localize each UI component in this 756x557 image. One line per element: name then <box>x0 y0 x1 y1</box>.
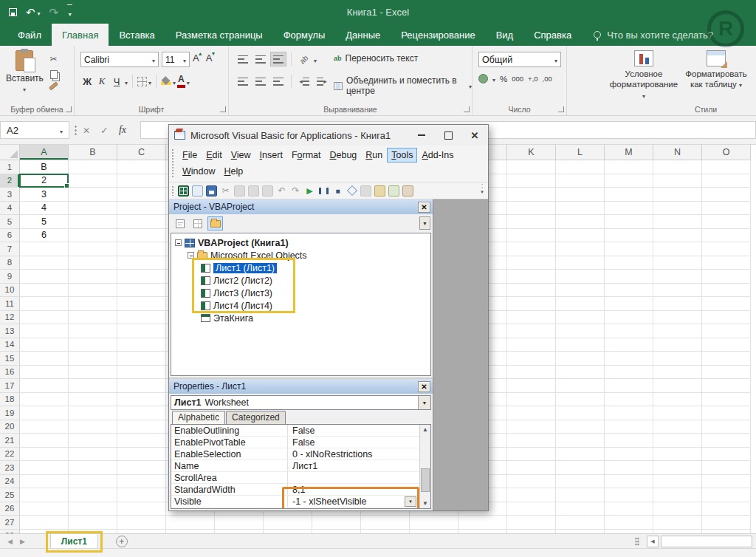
cell[interactable]: 6 <box>20 229 69 243</box>
cell[interactable] <box>166 516 215 530</box>
cell[interactable] <box>605 324 653 338</box>
vba-menu-item[interactable]: View <box>227 148 255 163</box>
decrease-decimal-icon[interactable]: ,00 <box>543 75 552 83</box>
cell[interactable] <box>69 488 117 502</box>
increase-decimal-icon[interactable]: +,0 <box>528 75 537 83</box>
cell[interactable] <box>312 516 361 530</box>
cell[interactable] <box>20 284 69 298</box>
cell[interactable] <box>507 270 556 284</box>
view-excel-icon[interactable] <box>178 185 189 197</box>
cell[interactable] <box>69 160 117 174</box>
cell[interactable] <box>556 297 605 311</box>
cell[interactable] <box>556 352 605 366</box>
cell[interactable] <box>702 516 751 530</box>
cell[interactable] <box>653 406 702 420</box>
cell[interactable] <box>556 160 605 174</box>
cell[interactable] <box>69 256 117 270</box>
cell[interactable] <box>605 297 653 311</box>
column-header[interactable]: K <box>507 145 556 160</box>
cell[interactable] <box>556 324 605 338</box>
maximize-icon[interactable] <box>435 125 461 146</box>
cell[interactable] <box>69 366 117 380</box>
cell[interactable] <box>556 366 605 380</box>
copy-icon[interactable] <box>234 185 245 197</box>
cell[interactable] <box>605 270 653 284</box>
cell[interactable] <box>653 202 702 216</box>
select-all-corner[interactable] <box>0 145 20 160</box>
cell[interactable] <box>605 284 653 298</box>
cell[interactable] <box>605 352 653 366</box>
cell[interactable] <box>117 311 166 325</box>
column-header[interactable]: A <box>20 145 69 160</box>
row-header[interactable]: 3 <box>0 188 20 202</box>
cell[interactable] <box>556 502 605 516</box>
close-icon[interactable] <box>418 202 430 213</box>
cell[interactable] <box>556 448 605 462</box>
toolbar-grip-handle[interactable] <box>171 185 174 196</box>
cell[interactable] <box>507 475 556 489</box>
project-explorer-icon[interactable] <box>360 185 371 197</box>
insert-function-icon[interactable]: fx <box>119 124 126 136</box>
increase-indent-icon[interactable]: ▸ <box>314 74 330 89</box>
cell[interactable] <box>653 502 702 516</box>
cell[interactable] <box>507 434 556 448</box>
sheet-tab[interactable]: Лист1 <box>50 534 98 548</box>
cell[interactable] <box>653 475 702 489</box>
close-icon[interactable] <box>461 125 488 146</box>
cell[interactable] <box>117 242 166 256</box>
dropdown-arrow-icon[interactable] <box>405 496 416 507</box>
row-header[interactable]: 15 <box>0 352 20 366</box>
cell[interactable] <box>507 174 556 188</box>
cell[interactable] <box>69 434 117 448</box>
cell[interactable] <box>702 202 751 216</box>
increase-font-icon[interactable]: A▲ <box>193 52 203 64</box>
vba-menu-item[interactable]: Debug <box>325 148 361 163</box>
cell[interactable] <box>117 284 166 298</box>
column-header[interactable]: B <box>69 145 117 160</box>
row-header[interactable]: 17 <box>0 379 20 393</box>
redo-icon[interactable]: ↷ <box>49 7 59 18</box>
italic-button[interactable]: К <box>95 74 109 89</box>
reset-icon[interactable] <box>332 185 343 197</box>
cell[interactable] <box>20 516 69 530</box>
cell[interactable] <box>117 215 166 229</box>
cell[interactable] <box>361 516 410 530</box>
cell[interactable] <box>69 475 117 489</box>
column-header[interactable]: N <box>653 145 702 160</box>
accounting-format-icon[interactable] <box>478 74 488 83</box>
cell[interactable] <box>507 229 556 243</box>
design-mode-icon[interactable] <box>346 185 357 197</box>
vba-menu-item[interactable]: Tools <box>387 148 417 163</box>
cell[interactable] <box>653 434 702 448</box>
conditional-formatting-button[interactable]: Условное форматирование <box>608 50 679 100</box>
cut-icon[interactable] <box>49 52 57 65</box>
cell[interactable] <box>458 516 507 530</box>
vba-menu-item[interactable]: Add-Ins <box>417 148 458 163</box>
cell[interactable] <box>507 242 556 256</box>
cell[interactable] <box>507 256 556 270</box>
cell[interactable] <box>20 420 69 434</box>
cell[interactable] <box>69 393 117 407</box>
cell[interactable] <box>117 188 166 202</box>
cell[interactable] <box>702 488 751 502</box>
cell[interactable] <box>702 475 751 489</box>
row-header[interactable]: 8 <box>0 256 20 270</box>
cell[interactable] <box>556 379 605 393</box>
cell[interactable] <box>117 379 166 393</box>
property-row[interactable]: ScrollArea <box>171 472 430 484</box>
cell[interactable] <box>507 297 556 311</box>
align-center-icon[interactable] <box>252 74 269 89</box>
insert-userform-icon[interactable] <box>192 185 203 197</box>
column-header[interactable]: O <box>702 145 751 160</box>
toolbox-icon[interactable] <box>402 185 413 197</box>
font-size-combo[interactable]: 11 <box>162 52 190 67</box>
ribbon-tab[interactable]: Данные <box>335 24 391 46</box>
vba-menu-item[interactable]: Run <box>361 148 387 163</box>
wrap-text-button[interactable]: Переносить текст <box>334 53 418 64</box>
find-icon[interactable] <box>262 185 273 197</box>
cell[interactable] <box>69 202 117 216</box>
bold-button[interactable]: Ж <box>80 74 94 89</box>
cell[interactable] <box>117 461 166 475</box>
orientation-icon[interactable] <box>296 52 312 66</box>
hscroll-left-icon[interactable] <box>647 536 659 547</box>
